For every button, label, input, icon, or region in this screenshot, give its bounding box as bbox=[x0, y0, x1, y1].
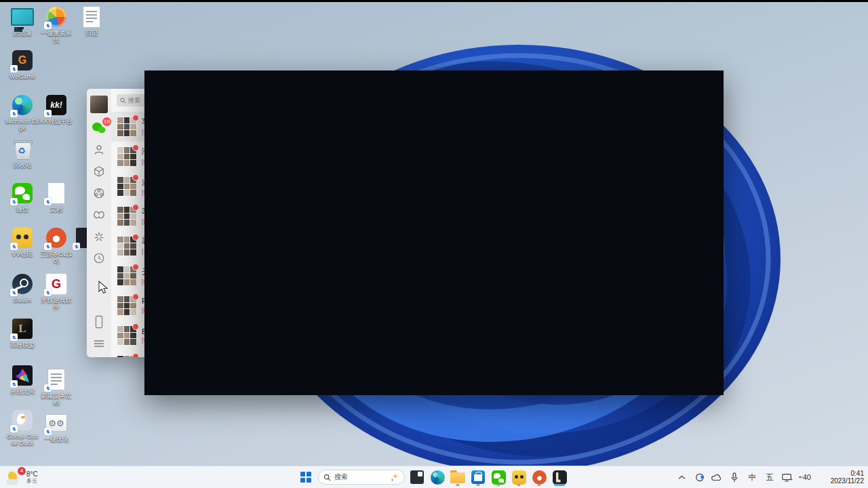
group-avatar bbox=[117, 355, 137, 357]
desktop-icon-label: Microsoft Edge bbox=[5, 118, 39, 131]
unread-dot bbox=[132, 293, 139, 300]
tray-microphone-icon[interactable] bbox=[728, 471, 741, 483]
wegame-icon: G bbox=[11, 49, 34, 72]
tray-chevron-up-icon[interactable] bbox=[675, 471, 688, 483]
desktop-icon-edge[interactable]: Microsoft Edge bbox=[5, 94, 39, 131]
clock-date: 2023/11/22 bbox=[831, 477, 864, 485]
unread-dot bbox=[132, 323, 139, 330]
shortcut-arrow-icon bbox=[44, 198, 52, 205]
clock-time: 0:41 bbox=[851, 470, 864, 477]
taskbar-app-yellow-game[interactable] bbox=[509, 468, 528, 487]
desktop-icon-gear-panel[interactable]: ⚙⚙一键优化 bbox=[39, 411, 73, 443]
sidebar-menu-icon[interactable] bbox=[91, 336, 107, 352]
taskbar-app-store[interactable] bbox=[469, 468, 488, 487]
sidebar-phone-icon[interactable] bbox=[91, 314, 107, 330]
this-pc-icon bbox=[11, 5, 34, 28]
running-indicator bbox=[517, 484, 521, 486]
group-avatar bbox=[117, 146, 137, 167]
taskbar-app-wechat[interactable] bbox=[489, 468, 508, 487]
sidebar-moments-icon[interactable] bbox=[91, 185, 107, 201]
weather-widget[interactable]: 4 8°C 多云 bbox=[4, 468, 41, 487]
pinwheel-icon bbox=[45, 5, 68, 28]
sidebar-contacts-icon[interactable] bbox=[91, 142, 107, 158]
unread-dot bbox=[132, 144, 139, 151]
recycle-bin-icon: ♻ bbox=[11, 138, 34, 161]
tray-volume-icon[interactable]: 40 bbox=[799, 471, 811, 483]
copilot-sparkle-icon bbox=[391, 473, 399, 482]
sidebar-mini-programs-icon[interactable] bbox=[91, 228, 107, 245]
user-avatar[interactable] bbox=[90, 96, 108, 113]
taskbar-app-active-player[interactable] bbox=[550, 468, 569, 487]
desktop-icon-label: 微信 bbox=[16, 206, 28, 213]
desktop-icon-label: VV电玩 bbox=[12, 251, 33, 258]
shortcut-arrow-icon bbox=[73, 243, 80, 250]
unread-dot bbox=[132, 353, 139, 357]
tray-ime-chinese-icon[interactable]: 中 bbox=[746, 471, 758, 483]
desktop-icon-lol[interactable]: L英雄联盟 bbox=[5, 317, 39, 348]
desktop-icon-text-doc[interactable]: 日记 bbox=[75, 5, 108, 37]
naraka-icon bbox=[11, 364, 34, 387]
sidebar-chat-icon[interactable]: 19 bbox=[91, 120, 107, 136]
shortcut-arrow-icon bbox=[10, 198, 18, 205]
notification-badge: 4 bbox=[18, 467, 26, 475]
tray-ime-chinese-label: 中 bbox=[749, 472, 756, 483]
desktop-icon-wechat[interactable]: 微信 bbox=[5, 182, 39, 213]
desktop-icon-text-doc[interactable]: 新建文本文档 bbox=[39, 368, 73, 406]
desktop-icon-recycle-bin[interactable]: ♻回收站 bbox=[5, 138, 39, 169]
desktop-icon-pinwheel[interactable]: 一键重装系统 bbox=[39, 5, 73, 43]
fox-swirl-icon bbox=[45, 226, 68, 249]
search-icon bbox=[120, 98, 126, 104]
shortcut-arrow-icon bbox=[44, 289, 52, 296]
desktop-icon-this-pc[interactable]: 此电脑 bbox=[5, 5, 39, 37]
letterbox-strip bbox=[0, 0, 868, 2]
desktop-icon-label: KK对战平台 bbox=[40, 118, 73, 125]
player-window[interactable] bbox=[144, 70, 724, 395]
desktop-icon-naraka[interactable]: 永劫无间 bbox=[5, 364, 39, 395]
desktop-icon-steam[interactable]: Steam bbox=[5, 272, 39, 304]
goose-icon bbox=[11, 409, 34, 432]
desktop-icon-label: Steam bbox=[14, 297, 31, 304]
unread-dot bbox=[132, 264, 139, 270]
taskbar-app-file-explorer[interactable] bbox=[448, 468, 467, 487]
tray-volume-label: 40 bbox=[803, 473, 811, 481]
shortcut-arrow-icon bbox=[44, 428, 52, 435]
desktop-icon-label: 罗技游戏软件 bbox=[39, 297, 73, 310]
taskbar-search-label: 搜索 bbox=[334, 472, 387, 482]
sidebar-channels-icon[interactable] bbox=[91, 207, 107, 223]
kk-icon: kk! bbox=[45, 94, 68, 117]
weather-icon: 4 bbox=[7, 469, 23, 485]
taskbar-center: 搜索 bbox=[296, 466, 569, 488]
group-avatar bbox=[117, 266, 137, 286]
search-placeholder: 搜索 bbox=[128, 96, 140, 105]
gear-panel-icon: ⚙⚙ bbox=[45, 411, 68, 434]
steam-icon bbox=[11, 272, 34, 296]
text-doc-icon bbox=[45, 368, 68, 391]
desktop-icon-blank-doc[interactable]: 文档 bbox=[39, 182, 73, 213]
tray-onedrive-cloud-icon[interactable] bbox=[711, 471, 723, 483]
desktop-icon-logitech-g[interactable]: G罗技游戏软件 bbox=[39, 272, 73, 310]
taskbar-search[interactable]: 搜索 bbox=[318, 470, 405, 485]
tray-ime-wubi-icon[interactable]: 五 bbox=[764, 471, 776, 483]
desktop-icon-wegame[interactable]: GWeGame bbox=[5, 49, 39, 80]
taskbar-app-fox-game[interactable] bbox=[530, 468, 549, 487]
desktop-icon-yellow-face[interactable]: VV电玩 bbox=[5, 226, 39, 258]
desktop-icon-label: 三国杀OL(10) bbox=[39, 251, 73, 264]
desktop-icon-label: 文档 bbox=[50, 206, 62, 213]
desktop-icon-kk[interactable]: kk!KK对战平台 bbox=[39, 94, 73, 125]
wechat-sidebar: 19 bbox=[87, 89, 111, 357]
tray-display-network-icon[interactable] bbox=[781, 471, 793, 483]
group-avatar bbox=[117, 206, 137, 226]
group-avatar bbox=[117, 117, 137, 137]
taskbar-app-edge[interactable] bbox=[428, 468, 447, 487]
taskbar-clock[interactable]: 0:41 2023/11/22 bbox=[831, 466, 864, 488]
sidebar-collections-icon[interactable] bbox=[91, 163, 107, 180]
start-button[interactable] bbox=[296, 468, 315, 487]
taskbar-app-video-player[interactable] bbox=[408, 468, 427, 487]
unread-dot bbox=[132, 234, 139, 241]
desktop-icon-label: 回收站 bbox=[14, 162, 32, 169]
search-icon bbox=[323, 474, 331, 481]
sidebar-float-window-icon[interactable] bbox=[91, 250, 107, 266]
windows-logo-icon bbox=[300, 472, 311, 483]
desktop-icon-goose[interactable]: Goose Goose Duck bbox=[5, 409, 39, 447]
tray-sync-icon[interactable] bbox=[693, 471, 705, 483]
